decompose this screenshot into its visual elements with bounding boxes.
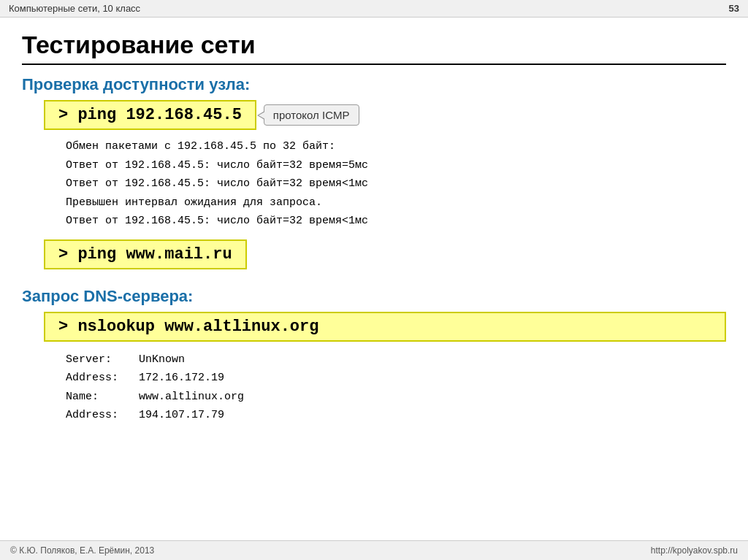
ping-command2: > ping www.mail.ru [44,239,247,269]
ping-output-line4: Превышен интервал ожидания для запроса. [66,193,726,212]
nslookup-key-name: Name: [66,388,139,407]
nslookup-output: Server: UnKnown Address: 172.16.172.19 N… [66,350,726,425]
ping-command-wrapper: > ping 192.168.45.5 протокол ICMP [44,100,726,130]
ping-output-line1: Обмен пакетами с 192.168.45.5 по 32 байт… [66,137,726,156]
footer-left: © К.Ю. Поляков, Е.А. Ерёмин, 2013 [10,545,154,556]
nslookup-val-name: www.altlinux.org [139,388,244,407]
nslookup-row-server: Server: UnKnown [66,350,726,369]
section1-heading: Проверка доступности узла: [22,75,726,94]
page-title: Тестирование сети [22,31,726,65]
nslookup-val-address1: 172.16.172.19 [139,369,224,388]
nslookup-row-name: Name: www.altlinux.org [66,388,726,407]
main-content: Тестирование сети Проверка доступности у… [0,18,748,432]
ping-output-line5: Ответ от 192.168.45.5: число байт=32 вре… [66,212,726,231]
section2-heading: Запрос DNS-сервера: [22,287,726,306]
nslookup-command: > nslookup www.altlinux.org [44,312,726,342]
nslookup-key-address1: Address: [66,369,139,388]
ping-output-line2: Ответ от 192.168.45.5: число байт=32 вре… [66,156,726,175]
nslookup-key-address2: Address: [66,406,139,425]
slide-number: 53 [729,3,739,14]
presentation-title: Компьютерные сети, 10 класс [9,3,140,14]
icmp-tooltip: протокол ICMP [264,104,359,126]
ping-output: Обмен пакетами с 192.168.45.5 по 32 байт… [66,137,726,231]
nslookup-val-server: UnKnown [139,350,185,369]
footer-right: http://kpolyakov.spb.ru [651,545,738,556]
ping-command1: > ping 192.168.45.5 [44,100,256,130]
nslookup-key-server: Server: [66,350,139,369]
nslookup-val-address2: 194.107.17.79 [139,406,224,425]
footer: © К.Ю. Поляков, Е.А. Ерёмин, 2013 http:/… [0,540,748,560]
ping-output-line3: Ответ от 192.168.45.5: число байт=32 вре… [66,174,726,193]
top-bar: Компьютерные сети, 10 класс 53 [0,0,748,18]
nslookup-row-address1: Address: 172.16.172.19 [66,369,726,388]
nslookup-row-address2: Address: 194.107.17.79 [66,406,726,425]
